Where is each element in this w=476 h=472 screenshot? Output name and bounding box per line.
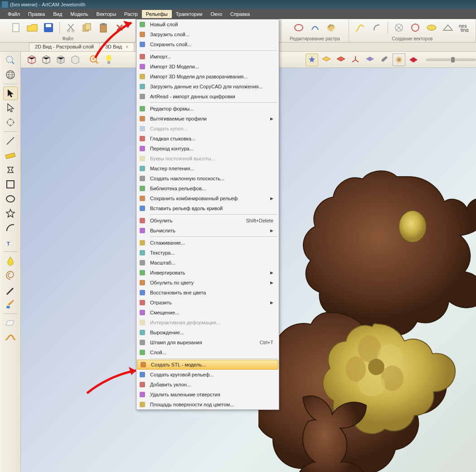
menu-item[interactable]: Инвертировать▶ <box>136 268 279 278</box>
menu-item[interactable]: Вставить рельеф вдоль кривой <box>136 203 279 213</box>
star-tool-icon[interactable] <box>3 207 18 220</box>
vector-tool-icon[interactable] <box>442 21 454 34</box>
menu-item[interactable]: Импорт 3D Модели... <box>136 62 279 72</box>
menu-item[interactable]: Библиотека рельефов... <box>136 183 279 193</box>
delete-icon[interactable] <box>113 21 126 34</box>
menu-item[interactable]: Смещение... <box>136 308 279 318</box>
view-tab[interactable]: 2D Вид - Растровый слой <box>29 43 100 51</box>
menu-вид[interactable]: Вид <box>49 10 66 18</box>
arc-tool-icon[interactable] <box>3 221 18 235</box>
menu-модель[interactable]: Модель <box>66 10 92 18</box>
menu-правка[interactable]: Правка <box>24 10 49 18</box>
vector-tool-icon[interactable] <box>354 21 367 34</box>
vector-tool-icon[interactable] <box>409 21 422 34</box>
zoom-fit-icon[interactable] <box>3 53 18 67</box>
shell-icon[interactable] <box>3 269 18 282</box>
vector-tool-icon[interactable] <box>370 21 383 34</box>
menu-item[interactable]: Импорт 3D Модели для разворачивания... <box>136 72 279 82</box>
menu-item[interactable]: Переход контура... <box>136 144 279 154</box>
menu-item[interactable]: Добавить уклон... <box>136 380 279 390</box>
axis-icon[interactable] <box>349 53 362 66</box>
ellipse-tool-icon[interactable] <box>3 192 18 206</box>
view-tab[interactable]: 3D Вид× <box>99 43 134 51</box>
layer-view-icon[interactable] <box>364 53 376 66</box>
view-cube-icon[interactable] <box>54 53 67 66</box>
menu-item[interactable]: Текстура... <box>136 248 279 258</box>
menu-item[interactable]: Импорт... <box>136 52 279 62</box>
view-cube-icon[interactable] <box>40 53 53 66</box>
diamond-view-icon[interactable] <box>407 53 420 66</box>
menu-item[interactable]: Слой... <box>136 347 279 357</box>
brush-view-icon[interactable] <box>378 53 391 66</box>
view-cube-icon[interactable] <box>69 53 82 66</box>
arrow-cursor-icon[interactable] <box>3 87 18 100</box>
image-view-icon[interactable] <box>393 53 405 66</box>
menu-item[interactable]: Штамп для вырезанияCtrl+T <box>136 337 279 347</box>
nesting-icon[interactable]: nesting <box>458 21 471 34</box>
node-edit-icon[interactable] <box>3 101 18 115</box>
cut-icon[interactable] <box>64 21 77 34</box>
menu-item[interactable]: Создать STL - модель... <box>137 360 278 370</box>
text-tool-icon[interactable]: T <box>3 236 18 249</box>
menu-item[interactable]: ОбнулитьShift+Delete <box>136 216 279 226</box>
palette-icon[interactable] <box>325 21 338 34</box>
menu-файл[interactable]: Файл <box>4 10 24 18</box>
view-cube-icon[interactable] <box>25 53 38 66</box>
menu-item[interactable]: Загрузить слой... <box>136 29 279 39</box>
menu-item[interactable]: Редактор формы... <box>136 104 279 114</box>
menu-item[interactable]: Вычислить▶ <box>136 226 279 236</box>
menu-item[interactable]: Сохранить комбинированный рельеф▶ <box>136 193 279 203</box>
menu-item[interactable]: Обнулить по цвету▶ <box>136 278 279 288</box>
menu-item[interactable]: Создать круговой рельеф... <box>136 370 279 380</box>
save-icon[interactable] <box>42 21 55 34</box>
menu-item[interactable]: Мастер плетения... <box>136 164 279 173</box>
menu-item[interactable]: Загрузить данные из CopyCAD для наложени… <box>136 82 279 92</box>
menu-item[interactable]: Восстановить вне цвета <box>136 288 279 298</box>
menu-bar[interactable]: ФайлПравкаВидМодельВекторыРастрРельефыТр… <box>0 9 476 19</box>
new-file-icon[interactable] <box>10 21 22 34</box>
copy-icon[interactable] <box>81 21 93 34</box>
globe-icon[interactable] <box>3 68 18 82</box>
open-file-icon[interactable] <box>26 21 39 34</box>
vector-tool-icon[interactable] <box>425 21 438 34</box>
polygon-tool-icon[interactable] <box>3 163 18 177</box>
vector-tool-icon[interactable] <box>393 21 405 34</box>
menu-item[interactable]: Гладкая стыковка... <box>136 134 279 144</box>
star-view-icon[interactable] <box>306 53 318 66</box>
menu-item[interactable]: Новый слой <box>136 19 279 29</box>
smooth-icon[interactable] <box>3 331 18 344</box>
menu-item[interactable]: Удалить маленькие отверстия <box>136 390 279 400</box>
light-icon[interactable] <box>102 53 115 66</box>
rectangle-tool-icon[interactable] <box>3 178 18 191</box>
transform-icon[interactable] <box>3 116 18 129</box>
layer-view-icon[interactable] <box>335 53 347 66</box>
menu-item[interactable]: Сглаживание... <box>136 238 279 248</box>
menu-item[interactable]: Масштаб... <box>136 258 279 268</box>
menu-item[interactable]: Площадь поверхности под цветом... <box>136 400 279 409</box>
paste-icon[interactable] <box>97 21 110 34</box>
opacity-slider[interactable] <box>426 58 476 61</box>
menu-траектории[interactable]: Траектории <box>172 10 207 18</box>
line-tool-icon[interactable] <box>3 134 18 148</box>
zoom-in-icon[interactable] <box>88 53 101 66</box>
raster-tool-icon[interactable] <box>309 21 321 34</box>
menu-векторы[interactable]: Векторы <box>92 10 120 18</box>
close-tab-icon[interactable]: × <box>126 44 128 49</box>
menu-item[interactable]: Вытягиваемые профили▶ <box>136 114 279 124</box>
menu-item[interactable]: Вырождение... <box>136 328 279 337</box>
drop-tool-icon[interactable] <box>3 254 18 268</box>
pen-tool-icon[interactable] <box>3 283 18 297</box>
menu-item[interactable]: Отразить▶ <box>136 298 279 308</box>
raster-tool-icon[interactable] <box>292 21 305 34</box>
menu-растр[interactable]: Растр <box>120 10 142 18</box>
brush-tool-icon[interactable] <box>3 298 18 311</box>
menu-item[interactable]: ArtRead - импорт данных оцифровки <box>136 92 279 101</box>
menu-item[interactable]: Создать наклонную плоскость... <box>136 173 279 183</box>
measure-icon[interactable] <box>3 149 18 162</box>
menu-рельефы[interactable]: Рельефы <box>142 10 172 18</box>
layer-view-icon[interactable] <box>320 53 333 66</box>
eraser-icon[interactable] <box>3 316 18 330</box>
menu-окно[interactable]: Окно <box>207 10 227 18</box>
menu-справка[interactable]: Справка <box>226 10 254 18</box>
menu-item[interactable]: Сохранить слой... <box>136 39 279 49</box>
